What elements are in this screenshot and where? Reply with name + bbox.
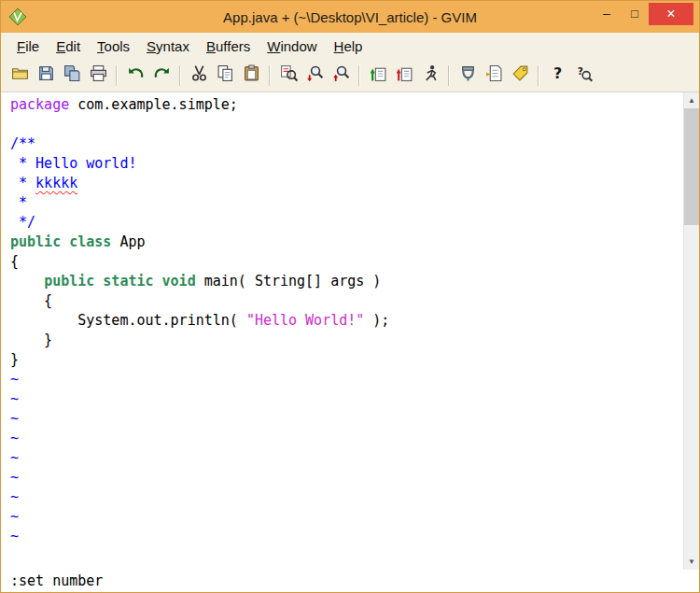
code-line: { [10, 252, 683, 272]
toolbar-make-button[interactable] [455, 63, 481, 88]
help-icon: ? [549, 64, 567, 86]
toolbar-open-button[interactable] [7, 63, 33, 88]
run-script-icon [422, 64, 440, 86]
svg-text:?: ? [553, 64, 561, 82]
vim-logo-icon [8, 7, 27, 26]
tag-jump-icon [511, 64, 529, 86]
toolbar-find-next-button[interactable] [301, 63, 328, 88]
menu-buffers[interactable]: Buffers [198, 35, 259, 57]
code-line: * Hello world! [10, 154, 683, 174]
code-segment: * [10, 194, 27, 211]
code-segment: kkkkk [35, 175, 77, 191]
cut-icon [190, 64, 208, 86]
toolbar-print-button[interactable] [85, 63, 111, 88]
gvim-window: App.java + (~\Desktop\VI_article) - GVIM… [0, 0, 700, 593]
minimize-button[interactable]: – [593, 1, 621, 25]
toolbar-tag-jump-button[interactable] [507, 63, 533, 88]
command-line[interactable]: :set number [1, 570, 699, 592]
code-line: * kkkkk [10, 174, 683, 193]
find-next-icon [306, 64, 324, 86]
copy-icon [217, 64, 234, 86]
code-segment: com.example.simple; [69, 96, 238, 113]
save-icon [37, 64, 55, 86]
toolbar-undo-button[interactable] [122, 63, 148, 88]
toolbar-run-script-button[interactable] [417, 63, 443, 88]
title-bar[interactable]: App.java + (~\Desktop\VI_article) - GVIM… [1, 1, 699, 33]
vertical-scrollbar[interactable]: ▲ ▼ [683, 92, 699, 570]
menu-edit[interactable]: Edit [48, 35, 89, 57]
code-segment: { [10, 292, 52, 309]
code-line: /** [10, 134, 683, 154]
code-segment: public class [10, 233, 111, 250]
code-segment: * [10, 175, 35, 191]
menu-help[interactable]: Help [326, 35, 371, 57]
toolbar-load-session-button[interactable] [365, 63, 391, 88]
menu-window[interactable]: Window [259, 35, 325, 57]
code-line: package com.example.simple; [10, 95, 683, 115]
find-replace-icon [280, 64, 298, 86]
code-segment: */ [10, 214, 35, 231]
toolbar-cut-button[interactable] [186, 63, 212, 88]
toolbar-copy-button[interactable] [212, 63, 238, 88]
redo-icon [153, 64, 171, 86]
toolbar-save-button[interactable] [33, 63, 59, 88]
code-line: public class App [10, 233, 683, 252]
menu-file[interactable]: File [8, 35, 48, 57]
code-line: System.out.println( "Hello World!" ); [10, 311, 683, 331]
code-segment: main( String[] args ) [196, 273, 382, 289]
toolbar-save-session-button[interactable] [391, 63, 417, 88]
menu-bar: FileEditToolsSyntaxBuffersWindowHelp [1, 33, 699, 59]
scrollbar-thumb[interactable] [684, 108, 699, 225]
maximize-button[interactable]: □ [621, 1, 649, 25]
code-segment: /** [10, 135, 35, 152]
filler-tilde: ~ [10, 409, 683, 429]
menu-syntax[interactable]: Syntax [138, 35, 198, 57]
open-icon [11, 64, 29, 86]
code-segment: package [10, 96, 69, 113]
code-line [10, 115, 683, 134]
code-segment: * Hello world! [10, 155, 136, 172]
save-all-icon [63, 64, 81, 86]
toolbar-save-all-button[interactable] [59, 63, 85, 88]
code-segment: } [10, 351, 19, 368]
toolbar-separator [448, 65, 450, 86]
close-button[interactable]: × [649, 3, 693, 25]
toolbar-help-button[interactable]: ? [544, 63, 570, 88]
paste-icon [243, 64, 260, 86]
undo-icon [127, 64, 145, 86]
filler-tilde: ~ [10, 389, 683, 409]
code-line: public static void main( String[] args ) [10, 272, 683, 291]
toolbar-find-prev-button[interactable] [328, 63, 354, 88]
code-segment [10, 273, 44, 289]
filler-tilde: ~ [10, 468, 683, 487]
find-prev-icon [332, 64, 350, 86]
code-segment: "Hello World!" [246, 312, 364, 329]
code-line: * [10, 193, 683, 213]
scroll-up-button[interactable]: ▲ [684, 92, 699, 108]
code-segment: } [10, 332, 52, 348]
code-segment: ); [364, 312, 389, 329]
print-icon [90, 64, 107, 86]
make-icon [459, 64, 477, 86]
toolbar-separator [269, 65, 271, 86]
toolbar-paste-button[interactable] [238, 63, 264, 88]
filler-tilde: ~ [10, 527, 683, 546]
code-line: } [10, 331, 683, 350]
toolbar-separator [116, 65, 118, 86]
code-line: } [10, 350, 683, 370]
code-segment: System.out.println( [10, 312, 246, 329]
load-session-icon [370, 64, 387, 86]
toolbar-run-ctags-button[interactable] [481, 63, 507, 88]
toolbar-separator [179, 65, 181, 86]
toolbar-find-help-button[interactable]: ? [570, 63, 596, 88]
menu-tools[interactable]: Tools [89, 35, 138, 57]
code-segment: App [111, 233, 145, 250]
filler-tilde: ~ [10, 507, 683, 527]
filler-tilde: ~ [10, 448, 683, 468]
toolbar-find-replace-button[interactable] [275, 63, 301, 88]
filler-tilde: ~ [10, 429, 683, 448]
editor-text[interactable]: package com.example.simple; /** * Hello … [1, 92, 683, 570]
scroll-down-button[interactable]: ▼ [684, 554, 699, 570]
toolbar-redo-button[interactable] [148, 63, 175, 88]
filler-tilde: ~ [10, 370, 683, 389]
